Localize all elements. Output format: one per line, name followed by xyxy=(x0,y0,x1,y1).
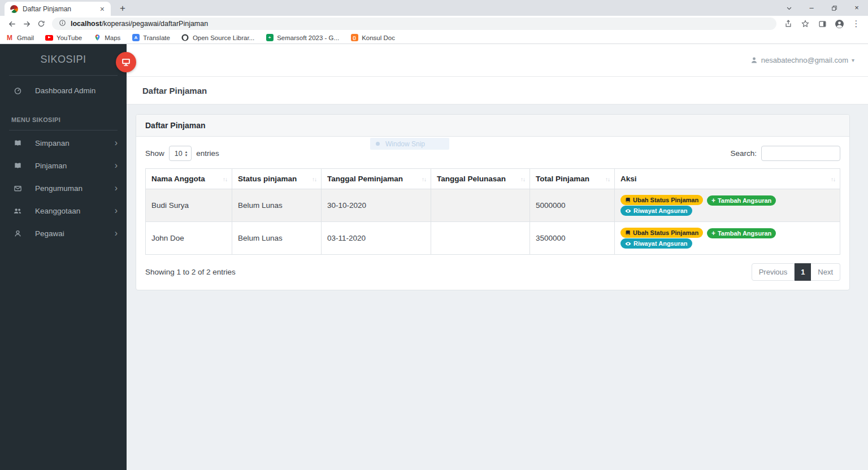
cell-nama-anggota: John Doe xyxy=(146,222,232,255)
bookmark-semarsoft[interactable]: + Semarsoft 2023 - G... xyxy=(266,34,339,42)
search-input[interactable] xyxy=(761,146,840,161)
user-menu[interactable]: nesabatechno@gmail.com ▾ xyxy=(750,56,854,64)
column-header-aksi[interactable]: Aksi↑↓ xyxy=(615,169,840,189)
pagination-previous-button[interactable]: Previous xyxy=(752,263,795,281)
bookmark-konsul-doc[interactable]: {} Konsul Doc xyxy=(350,34,395,42)
sidebar-divider xyxy=(9,75,118,76)
caret-down-icon: ▾ xyxy=(852,57,854,63)
select-arrows-icon: ▴▾ xyxy=(185,150,188,156)
page-length-select[interactable]: 10 ▴▾ xyxy=(169,146,192,161)
chevron-right-icon: › xyxy=(115,138,118,147)
sidebar-item-pinjaman[interactable]: Pinjaman › xyxy=(0,154,127,177)
pagination-next-button[interactable]: Next xyxy=(811,263,840,281)
ubah-status-pinjaman-button[interactable]: Ubah Status Pinjaman xyxy=(620,228,703,238)
browser-tab-strip: Daftar Pinjaman × + – × xyxy=(0,0,868,16)
chevron-right-icon: › xyxy=(115,184,118,193)
bookmark-label: Gmail xyxy=(17,34,34,41)
address-bar[interactable]: localhost/koperasi/pegawai/daftarPinjama… xyxy=(52,18,776,30)
forward-button[interactable] xyxy=(19,17,34,31)
cell-tanggal-peminjaman: 30-10-2020 xyxy=(322,189,431,222)
share-icon[interactable] xyxy=(781,17,796,31)
eye-icon xyxy=(625,241,631,247)
cell-tanggal-pelunasan xyxy=(431,189,530,222)
side-panel-icon[interactable] xyxy=(815,17,830,31)
search-control: Search: xyxy=(730,146,840,161)
pinjaman-table: Nama Anggota↑↓ Status pinjaman↑↓ Tanggal… xyxy=(145,168,840,255)
users-icon xyxy=(11,207,24,215)
cell-total-pinjaman: 3500000 xyxy=(530,222,615,255)
sidebar-item-keanggotaan[interactable]: Keanggotaan › xyxy=(0,199,127,222)
brand-title: SIKOSIPI xyxy=(0,44,127,75)
column-header-nama-anggota[interactable]: Nama Anggota↑↓ xyxy=(146,169,232,189)
browser-toolbar: localhost/koperasi/pegawai/daftarPinjama… xyxy=(0,16,868,32)
column-label: Tanggal Pelunasan xyxy=(437,175,506,183)
cell-aksi: Ubah Status Pinjaman + Tambah Angsuran R… xyxy=(615,222,840,255)
reload-button[interactable] xyxy=(34,17,49,31)
column-header-tanggal-peminjaman[interactable]: Tanggal Peminjaman↑↓ xyxy=(322,169,431,189)
bookmark-label: YouTube xyxy=(57,34,82,41)
screen: Daftar Pinjaman × + – × l xyxy=(0,0,868,470)
restore-button[interactable] xyxy=(823,0,845,16)
daftar-pinjaman-card: Daftar Pinjaman Show 10 ▴▾ entries xyxy=(136,114,850,290)
sort-icon: ↑↓ xyxy=(605,176,610,182)
book-icon xyxy=(11,139,24,147)
cell-status-pinjaman: Belum Lunas xyxy=(232,189,322,222)
tambah-angsuran-button[interactable]: + Tambah Angsuran xyxy=(707,228,776,238)
sidebar-item-pengumuman[interactable]: Pengumuman › xyxy=(0,177,127,199)
sidebar-item-label: Pengumuman xyxy=(35,184,83,193)
sidebar-item-dashboard[interactable]: Dashboard Admin xyxy=(0,79,127,102)
toolbar-right: ⋮ xyxy=(781,17,863,31)
bookmark-star-icon[interactable] xyxy=(798,17,813,31)
minimize-button[interactable]: – xyxy=(800,0,823,16)
page-title: Daftar Pinjaman xyxy=(142,86,207,95)
bookmark-translate[interactable]: A Translate xyxy=(132,34,170,42)
close-window-button[interactable]: × xyxy=(845,0,868,16)
top-navbar: nesabatechno@gmail.com ▾ xyxy=(127,44,868,77)
riwayat-angsuran-button[interactable]: Riwayat Angsuran xyxy=(620,206,692,216)
gmail-icon: M xyxy=(6,34,14,42)
profile-avatar-icon[interactable] xyxy=(832,17,847,31)
sidebar-item-label: Pinjaman xyxy=(35,162,67,170)
sidebar-item-pegawai[interactable]: Pegawai › xyxy=(0,222,127,245)
site-info-icon[interactable] xyxy=(59,19,66,29)
bookmark-maps[interactable]: Maps xyxy=(93,34,120,42)
bookmark-open-source[interactable]: Open Source Librar... xyxy=(181,34,254,42)
app-window: SIKOSIPI Dashboard Admin MENU SIKOSIPI S… xyxy=(0,44,868,470)
table-body: Budi Surya Belum Lunas 30-10-2020 500000… xyxy=(146,189,840,255)
maps-icon xyxy=(93,34,101,42)
new-tab-button[interactable]: + xyxy=(116,3,129,14)
screen-tool-button[interactable] xyxy=(116,52,136,72)
sidebar-section-label: MENU SIKOSIPI xyxy=(0,102,127,130)
pagination-page-1-button[interactable]: 1 xyxy=(795,263,811,281)
pagination: Previous 1 Next xyxy=(752,263,840,281)
column-header-total-pinjaman[interactable]: Total Pinjaman↑↓ xyxy=(530,169,615,189)
tambah-angsuran-button[interactable]: + Tambah Angsuran xyxy=(707,195,776,206)
bookmark-youtube[interactable]: YouTube xyxy=(45,34,82,42)
content-area: Daftar Pinjaman Show 10 ▴▾ entries xyxy=(127,105,868,470)
show-label: Show xyxy=(145,149,164,158)
sidebar-item-simpanan[interactable]: Simpanan › xyxy=(0,132,127,154)
ubah-status-pinjaman-button[interactable]: Ubah Status Pinjaman xyxy=(620,195,703,205)
cell-nama-anggota: Budi Surya xyxy=(146,189,232,222)
person-icon xyxy=(750,56,758,64)
book-icon xyxy=(625,197,631,203)
cell-tanggal-pelunasan xyxy=(431,222,530,255)
sort-icon: ↑↓ xyxy=(520,176,525,182)
browser-tab[interactable]: Daftar Pinjaman × xyxy=(5,2,111,16)
main-area: nesabatechno@gmail.com ▾ Daftar Pinjaman… xyxy=(127,44,868,470)
column-header-tanggal-pelunasan[interactable]: Tanggal Pelunasan↑↓ xyxy=(431,169,530,189)
column-label: Status pinjaman xyxy=(238,175,297,183)
tab-search-chevron-icon[interactable] xyxy=(778,0,800,16)
back-button[interactable] xyxy=(5,17,19,31)
browser-menu-icon[interactable]: ⋮ xyxy=(849,17,863,31)
table-footer: Showing 1 to 2 of 2 entries Previous 1 N… xyxy=(145,263,840,281)
column-label: Aksi xyxy=(620,175,637,183)
tab-close-icon[interactable]: × xyxy=(98,5,106,14)
bookmark-gmail[interactable]: M Gmail xyxy=(6,34,34,42)
sort-icon: ↑↓ xyxy=(422,176,426,182)
riwayat-angsuran-button[interactable]: Riwayat Angsuran xyxy=(620,238,692,249)
table-row: John Doe Belum Lunas 03-11-2020 3500000 … xyxy=(146,222,840,255)
xampp-icon: {} xyxy=(350,34,358,42)
column-header-status-pinjaman[interactable]: Status pinjaman↑↓ xyxy=(232,169,322,189)
bookmark-label: Semarsoft 2023 - G... xyxy=(277,34,339,41)
